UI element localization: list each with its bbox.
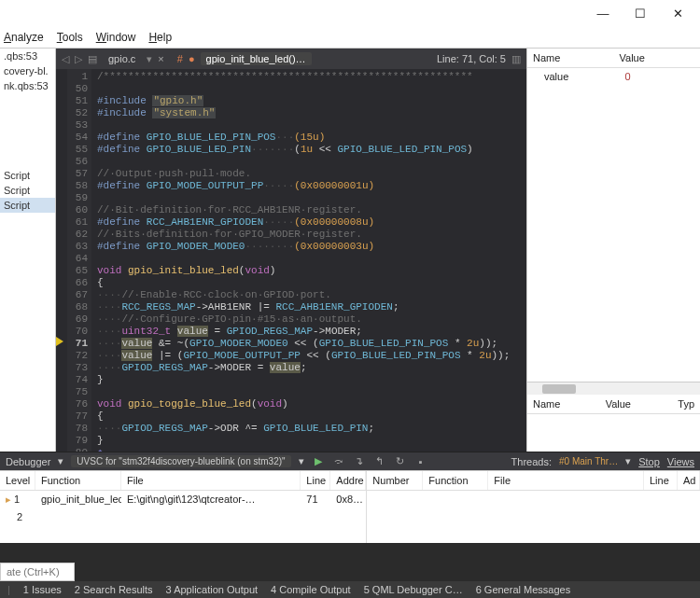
debugger-toolbar: Debugger ▾ UVSC for "stm32f4discovery-bl… — [0, 452, 700, 470]
split-icon[interactable]: ▥ — [511, 53, 521, 65]
views-label[interactable]: Views — [667, 456, 694, 467]
col-function[interactable]: Function — [35, 471, 121, 490]
sidebar-item[interactable]: Script — [0, 198, 55, 213]
col-number[interactable]: Number — [367, 471, 423, 490]
tab-close-icon[interactable]: × — [158, 53, 163, 64]
col-function[interactable]: Function — [423, 471, 488, 490]
watch-row[interactable]: value 0 — [527, 68, 700, 85]
col-ad[interactable]: Ad — [678, 471, 700, 490]
step-over-icon[interactable]: ⤼ — [332, 455, 345, 468]
col-name[interactable]: Name — [527, 49, 614, 67]
sidebar-item[interactable]: .qbs:53 — [0, 49, 55, 63]
dropdown-icon[interactable]: ▾ — [625, 455, 631, 467]
nav-fwd-icon[interactable]: ▷ — [75, 53, 82, 65]
breakpoint-margin[interactable] — [56, 69, 67, 452]
col-line[interactable]: Line — [301, 471, 330, 490]
nav-back-icon[interactable]: ◁ — [62, 53, 69, 65]
symbol-icon: ● — [189, 53, 195, 64]
sidebar-item[interactable]: nk.qbs:53 — [0, 78, 55, 93]
menu-help[interactable]: Help — [148, 31, 172, 44]
step-out-icon[interactable]: ↰ — [373, 455, 386, 468]
code-editor[interactable]: 1505152535455565758596061626364656667686… — [56, 69, 526, 452]
stop-label[interactable]: Stop — [638, 456, 660, 467]
restart-icon[interactable]: ↻ — [394, 455, 407, 468]
menu-window[interactable]: Window — [96, 31, 136, 44]
step-into-icon[interactable]: ↴ — [353, 455, 366, 468]
project-sidebar: .qbs:53 covery-bl. nk.qbs:53 Script Scri… — [0, 49, 56, 452]
debug-tables: Level Function File Line Addre ▸ 1 gpio_… — [0, 470, 700, 543]
col-value[interactable]: Value — [600, 395, 673, 413]
menu-tools[interactable]: Tools — [57, 31, 83, 44]
locals-table: Number Function File Line Ad — [367, 471, 700, 543]
dirty-marker: # — [177, 53, 183, 64]
status-issues[interactable]: 1 Issues — [23, 584, 62, 595]
dropdown-icon[interactable]: ▾ — [147, 53, 152, 65]
thread-selector[interactable]: #0 Main Thr… — [559, 456, 618, 466]
locator-input[interactable] — [0, 563, 75, 581]
col-value[interactable]: Value — [614, 49, 701, 67]
editor-column: ◁ ▷ ▤ gpio.c ▾ × # ● gpio_init_blue_led(… — [56, 49, 526, 452]
minimize-button[interactable]: — — [584, 2, 622, 24]
status-qml[interactable]: 5 QML Debugger C… — [364, 584, 463, 595]
statusbar: | 1 Issues 2 Search Results 3 Applicatio… — [0, 581, 700, 598]
sidebar-item[interactable]: covery-bl. — [0, 63, 55, 78]
watch-header: Name Value — [527, 49, 700, 68]
sidebar-item[interactable]: Script — [0, 168, 55, 183]
dropdown-icon[interactable]: ▾ — [299, 455, 304, 467]
watch-value: 0 — [620, 68, 701, 85]
col-file[interactable]: File — [121, 471, 301, 490]
status-compile[interactable]: 4 Compile Output — [271, 584, 351, 595]
close-button[interactable]: ✕ — [659, 2, 696, 24]
status-search[interactable]: 2 Search Results — [75, 584, 153, 595]
code-area[interactable]: /***************************************… — [91, 69, 526, 452]
h-scrollbar[interactable] — [527, 382, 700, 395]
watch2-header: Name Value Typ — [527, 395, 700, 414]
col-name[interactable]: Name — [527, 395, 600, 413]
watch-panel: Name Value value 0 Name Value Typ — [526, 49, 700, 452]
tab-filename[interactable]: gpio.c — [103, 53, 141, 64]
menubar: Analyze Tools Window Help — [0, 26, 700, 49]
debugger-label: Debugger — [6, 456, 50, 467]
col-type[interactable]: Typ — [672, 395, 700, 413]
stop-icon[interactable]: ▪ — [414, 455, 427, 468]
col-line[interactable]: Line — [644, 471, 678, 490]
stack-row[interactable]: 2 — [0, 508, 366, 525]
stack-row[interactable]: ▸ 1 gpio_init_blue_led E:\git\ng\git\123… — [0, 491, 366, 508]
status-appout[interactable]: 3 Application Output — [166, 584, 258, 595]
menu-analyze[interactable]: Analyze — [4, 31, 44, 44]
workspace: .qbs:53 covery-bl. nk.qbs:53 Script Scri… — [0, 49, 700, 452]
maximize-button[interactable]: ☐ — [622, 2, 659, 24]
current-function[interactable]: gpio_init_blue_led()… — [201, 52, 312, 65]
col-file[interactable]: File — [488, 471, 644, 490]
status-general[interactable]: 6 General Messages — [476, 584, 571, 595]
threads-label: Threads: — [511, 456, 552, 467]
sidebar-item[interactable]: Script — [0, 183, 55, 198]
file-icon: ▤ — [88, 53, 97, 65]
col-level[interactable]: Level — [0, 471, 35, 490]
line-numbers: 1505152535455565758596061626364656667686… — [67, 69, 91, 452]
cursor-position: Line: 71, Col: 5 — [437, 53, 506, 64]
editor-tabbar: ◁ ▷ ▤ gpio.c ▾ × # ● gpio_init_blue_led(… — [56, 49, 526, 69]
col-addr[interactable]: Addre — [330, 471, 366, 490]
watch-name: value — [527, 68, 620, 85]
stack-table: Level Function File Line Addre ▸ 1 gpio_… — [0, 471, 367, 543]
titlebar: — ☐ ✕ — [0, 0, 700, 26]
dropdown-icon[interactable]: ▾ — [58, 455, 63, 467]
continue-icon[interactable]: ▶ — [312, 455, 325, 468]
debug-config[interactable]: UVSC for "stm32f4discovery-blueblink (on… — [71, 455, 290, 467]
